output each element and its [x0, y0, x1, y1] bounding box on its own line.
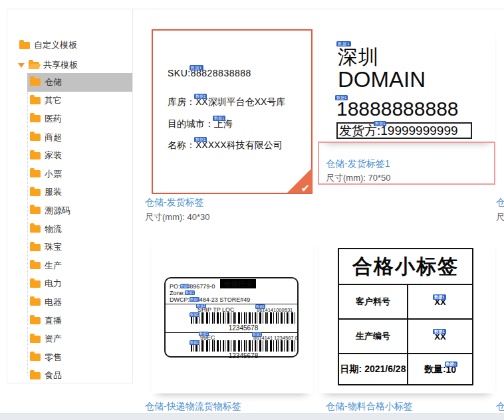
divider — [166, 332, 297, 333]
qc-row2-value: 数据1XX — [407, 284, 472, 318]
barcode — [191, 340, 296, 352]
sidebar-item-label: 溯源码 — [45, 205, 70, 217]
field-marker-badge: 数据1 — [194, 94, 207, 99]
expand-caret-icon[interactable] — [18, 63, 25, 68]
template-name-link-logistics[interactable]: 仓储-快递物流货物标签 — [145, 401, 241, 413]
field-marker-badge: 数据1 — [374, 121, 386, 126]
sidebar-item-label: 电器 — [45, 296, 62, 308]
sidebar-item-livestream[interactable]: 直播 — [27, 312, 132, 330]
company-line: 名称：数据1XXXXX科技有限公司 — [168, 140, 283, 152]
qc-row3-value: 数据1XX — [407, 318, 472, 353]
field-marker-badge: 数据1 — [336, 41, 351, 47]
sidebar-item-custom-templates[interactable]: 自定义模板 — [19, 39, 77, 51]
template-name-link-partial-bottom[interactable]: 仓储-标签 — [496, 401, 504, 413]
template-gallery-page: 自定义模板 共享模板 仓储 其它 医药 商超 家装 小票 服装 溯源码 物流 珠… — [0, 0, 504, 420]
field-marker-badge: 数据1 — [445, 362, 457, 367]
field-marker-badge: 数据1 — [199, 332, 209, 336]
sidebar-item-receipt[interactable]: 小票 — [27, 165, 132, 183]
sidebar-item-logistics[interactable]: 物流 — [27, 220, 132, 239]
sku-line: SKU:数据188828838888 — [168, 68, 251, 78]
qc-qty-cell: 数量: 数据110 — [407, 353, 472, 384]
template-name-link-shipping40[interactable]: 仓储-发货标签 — [145, 197, 204, 209]
sender-box: 数据1发货方:19999999999 — [336, 122, 472, 139]
sidebar-item-label: 家装 — [45, 150, 62, 161]
template-category-sidebar: 自定义模板 共享模板 仓储 其它 医药 商超 家装 小票 服装 溯源码 物流 珠… — [7, 9, 133, 383]
folder-icon — [30, 207, 41, 214]
barcode-digits: 12345678 — [191, 352, 296, 360]
sidebar-item-label: 其它 — [45, 94, 62, 106]
template-preview-shipping40[interactable]: SKU:数据188828838888 库房：数据1XX深圳平台仓XX号库 目的城… — [152, 29, 313, 194]
sidebar-item-label: 自定义模板 — [34, 39, 77, 51]
template-name-link-qc[interactable]: 仓储-物料合格小标签 — [326, 401, 413, 413]
sidebar-item-label: 珠宝 — [45, 241, 62, 253]
folder-icon — [30, 298, 41, 306]
field-marker-badge: 数据1 — [213, 116, 225, 121]
sidebar-item-label: 仓储 — [45, 76, 62, 88]
folder-icon — [30, 170, 41, 177]
open-folder-icon — [29, 62, 39, 69]
template-size-partial: 尺寸(mm) — [496, 211, 504, 223]
sidebar-item-label: 食品 — [45, 369, 62, 381]
template-name-link-shipping70[interactable]: 仓储-发货标签1 — [326, 158, 390, 170]
folder-icon — [30, 336, 41, 343]
folder-icon — [30, 225, 41, 233]
field-marker-badge: 数据1 — [255, 304, 265, 309]
sidebar-item-label: 医药 — [45, 113, 62, 125]
horizontal-scrollbar[interactable] — [0, 413, 504, 420]
folder-icon — [30, 78, 41, 86]
sidebar-item-apparel[interactable]: 服装 — [27, 183, 132, 202]
sidebar-item-other[interactable]: 其它 — [27, 92, 132, 110]
field-marker-badge: 数据1 — [252, 332, 262, 337]
sidebar-item-medicine[interactable]: 医药 — [27, 110, 132, 128]
sidebar-item-label: 电力 — [45, 278, 62, 290]
field-marker-badge: 数据1 — [185, 290, 195, 295]
folder-icon — [30, 189, 41, 196]
folder-icon — [30, 97, 41, 104]
phone-text: 数据118888888888 — [336, 98, 459, 120]
label-header: 仓储行业 — [220, 279, 256, 288]
sidebar-item-production[interactable]: 生产 — [27, 257, 132, 275]
barcode-digits: 12345678 — [191, 324, 296, 332]
shared-template-tree: 仓储 其它 医药 商超 家装 小票 服装 溯源码 物流 珠宝 生产 电力 电器 … — [27, 73, 132, 385]
folder-icon — [30, 134, 41, 141]
field-marker-badge: 数据1 — [194, 137, 207, 142]
sidebar-item-food[interactable]: 食品 — [27, 367, 132, 385]
sidebar-item-label: 共享模板 — [43, 59, 78, 71]
sidebar-item-label: 直播 — [45, 315, 62, 327]
qc-row2-label: 客户料号 — [339, 284, 407, 318]
folder-icon — [30, 262, 41, 269]
field-marker-badge: 数据1 — [433, 329, 445, 334]
template-size-shipping40: 尺寸(mm): 40*30 — [145, 211, 210, 223]
domain-text: DOMAIN — [338, 67, 426, 92]
sidebar-item-label: 零售 — [45, 352, 62, 364]
sidebar-item-label: 资产 — [45, 333, 62, 345]
sidebar-item-warehouse[interactable]: 仓储 — [27, 73, 132, 92]
field-marker-badge: 数据1 — [196, 304, 206, 308]
sidebar-item-retail[interactable]: 零售 — [27, 348, 132, 367]
sidebar-item-appliances[interactable]: 电器 — [27, 293, 132, 312]
city-line: 目的城市：数据1上海 — [168, 118, 233, 130]
field-marker-badge: 数据1 — [189, 340, 199, 345]
qc-row3-label: 生产编号 — [339, 318, 407, 353]
template-name-link-partial[interactable]: 仓储-发货标签 — [496, 197, 504, 209]
zone-line: Zone:数据1 — [170, 290, 195, 296]
sidebar-item-traceability[interactable]: 溯源码 — [27, 201, 132, 220]
template-preview-logistics[interactable]: 仓储行业 PO:数据1896779-0 Zone:数据1 DWCP:数据1484… — [164, 277, 299, 358]
sidebar-item-supermarket[interactable]: 商超 — [27, 128, 132, 147]
template-preview-qc[interactable]: 合格小标签 客户料号 数据1XX 生产编号 数据1XX 日期: 2021/6/2… — [338, 248, 473, 385]
sidebar-item-home-decor[interactable]: 家装 — [27, 146, 132, 165]
field-marker-badge: 数据1 — [189, 297, 199, 302]
warehouse-line: 库房：数据1XX深圳平台仓XX号库 — [168, 96, 285, 108]
folder-icon — [30, 244, 41, 251]
sidebar-item-assets[interactable]: 资产 — [27, 330, 132, 348]
barcode — [191, 312, 296, 324]
folder-icon — [30, 280, 41, 288]
sidebar-item-label: 生产 — [45, 260, 62, 272]
qc-date-cell: 日期: 2021/6/28 — [339, 353, 407, 384]
sidebar-item-shared-templates[interactable]: 共享模板 — [18, 59, 78, 71]
field-marker-badge: 数据1 — [180, 284, 190, 288]
template-size-shipping70: 尺寸(mm): 70*50 — [326, 172, 391, 184]
sidebar-item-jewelry[interactable]: 珠宝 — [27, 238, 132, 257]
sidebar-item-electric-power[interactable]: 电力 — [27, 275, 132, 294]
field-marker-badge: 数据1 — [433, 294, 445, 300]
